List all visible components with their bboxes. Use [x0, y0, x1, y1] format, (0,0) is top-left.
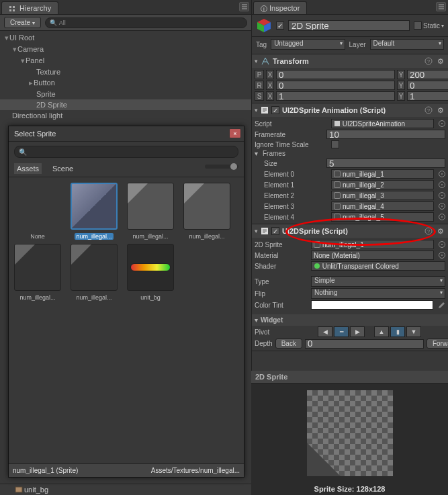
eyedropper-icon[interactable] [436, 300, 445, 310]
pivot-hcenter-button[interactable]: ━ [334, 326, 349, 337]
foldout-icon[interactable]: ▾ [4, 34, 9, 42]
object-picker-icon[interactable] [439, 241, 445, 248]
help-icon[interactable]: ? [424, 56, 433, 66]
foldout-icon[interactable]: ▾ [255, 58, 258, 64]
foldout-icon[interactable]: ▾ [20, 56, 26, 65]
enable-checkbox[interactable] [271, 106, 279, 114]
pivot-bottom-button[interactable]: ▼ [406, 326, 421, 337]
hierarchy-tab[interactable]: Hierarchy [1, 1, 58, 14]
2dsprite-label: 2D Sprite [255, 241, 308, 249]
tab-label: Scene [52, 165, 73, 173]
static-checkbox[interactable] [414, 21, 422, 30]
sprite-thumbnail[interactable]: num_illegal... [11, 244, 64, 301]
help-icon[interactable]: ? [424, 226, 433, 236]
thumbnail-label: num_illegal... [75, 233, 113, 240]
thumbnail-label: num_illegal... [187, 233, 226, 240]
pivot-left-button[interactable]: ◀ [318, 326, 332, 337]
hierarchy-window-menu[interactable] [239, 2, 249, 11]
tag-dropdown[interactable]: Untagged [271, 39, 345, 50]
gear-icon[interactable]: ⚙ [436, 56, 445, 66]
script-label: Script [255, 120, 328, 128]
tree-row-texture[interactable]: Texture [0, 66, 251, 77]
sprite-thumbnail[interactable]: num_illegal... [181, 183, 233, 240]
depth-forward-button[interactable]: Forward [427, 339, 448, 349]
preview-header[interactable]: 2D Sprite [251, 371, 448, 384]
rot-x-input[interactable] [276, 81, 395, 90]
object-picker-icon[interactable] [439, 171, 445, 177]
rot-y-input[interactable] [407, 81, 448, 90]
object-picker-icon[interactable] [439, 214, 445, 220]
pos-y-input[interactable] [407, 70, 448, 79]
gear-icon[interactable]: ⚙ [436, 226, 445, 236]
sprite-thumbnail[interactable]: num_illegal... [68, 244, 120, 301]
element-field[interactable]: num_illegal_5 [331, 212, 434, 222]
inspector-window-menu[interactable] [436, 2, 446, 11]
object-picker-icon[interactable] [439, 192, 445, 199]
flip-dropdown[interactable]: Nothing [311, 288, 445, 299]
tree-row-2dsprite[interactable]: 2D Sprite [0, 99, 251, 110]
size-input[interactable] [326, 159, 445, 168]
dialog-close-button[interactable]: × [229, 128, 241, 138]
tree-row-dirlight[interactable]: Directional light [0, 110, 251, 121]
enable-checkbox[interactable] [271, 227, 279, 235]
thumbnail-size-slider[interactable] [205, 165, 238, 169]
active-checkbox[interactable] [276, 21, 284, 30]
sprite-thumbnail[interactable]: num_illegal... [124, 183, 177, 240]
ui2dsprite-component: ▾ UI2DSprite (Script) ? ⚙ 2D Spritenum_i… [252, 224, 448, 351]
foldout-icon[interactable]: ▾ [255, 228, 258, 234]
object-picker-icon[interactable] [439, 203, 445, 210]
dialog-titlebar[interactable]: Select Sprite × [9, 126, 244, 142]
object-picker-icon[interactable] [439, 181, 445, 188]
pivot-top-button[interactable]: ▲ [374, 326, 389, 337]
depth-input[interactable] [305, 339, 424, 349]
script-field[interactable]: UI2DSpriteAnimation [331, 119, 434, 128]
scl-y-input[interactable] [407, 91, 448, 101]
tab-assets[interactable]: Assets [14, 163, 42, 174]
shader-field[interactable]: Unlit/Transparent Colored [311, 261, 445, 271]
create-button[interactable]: Create ▾ [4, 17, 41, 28]
tree-row-panel[interactable]: ▾Panel [0, 55, 251, 66]
hierarchy-search-input[interactable]: 🔍 All [45, 17, 247, 28]
type-dropdown[interactable]: Simple [311, 276, 445, 287]
help-icon[interactable]: ? [424, 105, 433, 115]
color-tint-swatch[interactable] [311, 300, 433, 310]
framerate-input[interactable] [326, 130, 445, 139]
foldout-icon[interactable]: ▸ [28, 79, 34, 87]
pivot-vcenter-button[interactable]: ▮ [390, 326, 405, 337]
material-field[interactable]: None (Material) [311, 251, 434, 260]
object-picker-icon[interactable] [439, 120, 445, 127]
sprite-thumbnail[interactable]: unit_bg [124, 244, 177, 301]
tree-row-button[interactable]: ▸Button [0, 77, 251, 89]
foldout-icon[interactable]: ▾ [255, 107, 258, 114]
foldout-icon[interactable]: ▾ [255, 150, 258, 157]
tab-scene[interactable]: Scene [50, 163, 76, 174]
depth-back-button[interactable]: Back [275, 339, 302, 349]
element-field[interactable]: num_illegal_2 [331, 180, 434, 189]
ignore-time-checkbox[interactable] [331, 140, 339, 148]
sprite-thumbnail[interactable]: None [11, 183, 64, 240]
tree-row-camera[interactable]: ▾Camera [0, 44, 251, 55]
tree-row-uiroot[interactable]: ▾UI Root [0, 32, 251, 44]
foldout-icon[interactable]: ▾ [12, 45, 17, 54]
sprite-search-input[interactable]: 🔍 [14, 146, 238, 158]
scl-x-input[interactable] [276, 91, 395, 101]
sprite-small-icon [334, 192, 341, 199]
asset-path-row[interactable]: unit_bg [0, 484, 251, 495]
gameobject-name-input[interactable] [288, 20, 410, 31]
pivot-right-button[interactable]: ▶ [350, 326, 365, 337]
pos-x-input[interactable] [276, 70, 395, 79]
sprite-thumbnail[interactable]: num_illegal... [68, 183, 120, 240]
dropdown-icon[interactable]: ▾ [441, 23, 444, 29]
sprite-small-icon [334, 214, 341, 220]
2dsprite-field[interactable]: num_illegal_1 [311, 240, 434, 249]
layer-dropdown[interactable]: Default [370, 39, 444, 50]
inspector-tab[interactable]: i Inspector [253, 1, 307, 14]
element-field[interactable]: num_illegal_4 [331, 201, 434, 211]
object-picker-icon[interactable] [439, 252, 445, 259]
element-field[interactable]: num_illegal_3 [331, 191, 434, 200]
select-sprite-dialog: Select Sprite × 🔍 Assets Scene Nonenum_i… [8, 126, 244, 478]
gear-icon[interactable]: ⚙ [436, 105, 445, 115]
element-field[interactable]: num_illegal_1 [331, 169, 434, 179]
tree-row-sprite[interactable]: Sprite [0, 89, 251, 99]
foldout-icon[interactable]: ▾ [255, 316, 258, 324]
